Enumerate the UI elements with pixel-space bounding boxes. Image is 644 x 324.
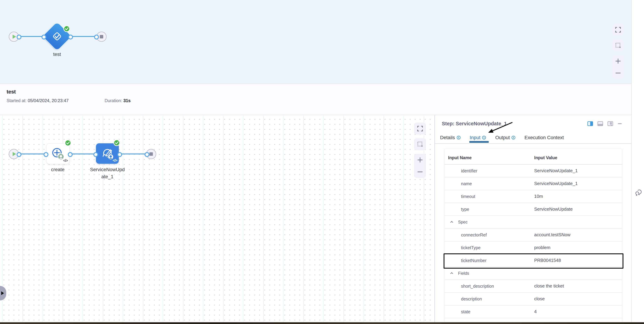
tab-input[interactable]: Input bbox=[470, 135, 486, 140]
success-check-icon bbox=[63, 25, 70, 32]
input-name: short_description bbox=[461, 284, 494, 289]
run-title: test bbox=[6, 89, 16, 95]
success-check-icon bbox=[64, 140, 72, 146]
fullscreen-icon bbox=[615, 27, 621, 33]
selection-mode-button[interactable] bbox=[414, 138, 426, 150]
input-name: description bbox=[461, 296, 482, 301]
input-value: ServiceNowUpdate_1 bbox=[534, 181, 578, 186]
table-row-timeout: timeout10m bbox=[444, 190, 622, 203]
play-icon bbox=[12, 152, 16, 156]
input-value: ServiceNowUpdate bbox=[534, 206, 573, 212]
zoom-out-button[interactable] bbox=[417, 169, 423, 175]
fullscreen-button[interactable] bbox=[612, 24, 624, 36]
edge-port bbox=[16, 152, 22, 157]
started-at-value: 05/04/2024, 20:23:47 bbox=[28, 98, 68, 103]
edge-port bbox=[16, 35, 22, 40]
panel-title: Step: ServiceNowUpdate_1 bbox=[442, 121, 507, 127]
input-value: ServiceNowUpdate_1 bbox=[534, 168, 578, 173]
stage-node-label: test bbox=[38, 51, 76, 58]
duration: Duration: 31s bbox=[104, 98, 130, 103]
success-check-icon bbox=[113, 139, 120, 146]
code-view-icon[interactable]: </> bbox=[112, 158, 117, 163]
code-view-icon[interactable]: </> bbox=[63, 158, 68, 163]
chat-help-icon[interactable] bbox=[635, 188, 642, 196]
input-name: state bbox=[461, 309, 470, 314]
table-row-identifier: identifierServiceNowUpdate_1 bbox=[444, 165, 622, 177]
duration-value: 31s bbox=[123, 98, 130, 103]
section-label: Spec bbox=[458, 220, 468, 224]
zoom-controls bbox=[612, 55, 624, 79]
input-name: timeout bbox=[461, 194, 475, 199]
column-header-name: Input Name bbox=[448, 155, 472, 160]
section-row-fields[interactable]: Fields bbox=[444, 267, 622, 279]
table-row-connectorRef: connectorRefaccount.testSNow bbox=[444, 228, 622, 241]
edge-port bbox=[68, 152, 73, 157]
step-node-servicenowupdate[interactable]: </> bbox=[96, 143, 119, 164]
tabs-divider bbox=[435, 143, 632, 144]
stop-icon bbox=[100, 35, 103, 39]
tab-execution-context[interactable]: Execution Context bbox=[524, 135, 564, 140]
zoom-in-button[interactable] bbox=[417, 157, 423, 163]
edge-port bbox=[42, 35, 46, 40]
input-name: ticketType bbox=[461, 245, 480, 250]
tab-output[interactable]: Output bbox=[495, 135, 516, 140]
panel-layout-controls bbox=[588, 121, 622, 126]
edge-connector bbox=[69, 154, 96, 154]
table-row-name: nameServiceNowUpdate_1 bbox=[444, 177, 622, 190]
zoom-out-button[interactable] bbox=[615, 70, 621, 76]
run-summary-bar: test Started at: 05/04/2024, 20:23:47 Du… bbox=[0, 84, 631, 115]
floating-layout-icon[interactable] bbox=[608, 121, 613, 126]
stage-execution-canvas[interactable]: test bbox=[0, 0, 631, 84]
input-value: 4 bbox=[534, 309, 536, 314]
step-node-label: create bbox=[39, 166, 77, 173]
column-header-value: Input Value bbox=[534, 155, 557, 160]
chevron-up-icon bbox=[450, 220, 454, 224]
input-name: ticketNumber bbox=[461, 258, 486, 263]
table-row-type: typeServiceNowUpdate bbox=[444, 203, 622, 215]
fullscreen-icon bbox=[417, 126, 423, 132]
info-icon[interactable] bbox=[511, 136, 516, 140]
edge-port bbox=[117, 152, 122, 157]
stop-icon bbox=[150, 152, 153, 156]
input-value: problem bbox=[534, 245, 550, 250]
table-row-short_description: short_descriptionclose the ticket bbox=[444, 279, 622, 292]
edge-connector bbox=[18, 154, 46, 154]
bottom-split-layout-icon[interactable] bbox=[598, 121, 603, 126]
input-value: account.testSNow bbox=[534, 232, 570, 237]
input-name: identifier bbox=[461, 168, 478, 173]
input-name: type bbox=[461, 207, 469, 212]
tab-details[interactable]: Details bbox=[440, 135, 461, 140]
info-icon[interactable] bbox=[482, 136, 486, 140]
input-value: close bbox=[534, 296, 545, 301]
edge-port bbox=[44, 152, 48, 157]
approval-stage-icon bbox=[51, 30, 63, 43]
step-details-panel: Step: ServiceNowUpdate_1 Details Input bbox=[434, 115, 632, 322]
input-name: name bbox=[461, 181, 472, 186]
zoom-in-button[interactable] bbox=[615, 58, 621, 64]
active-tab-indicator bbox=[469, 141, 489, 143]
step-execution-canvas[interactable]: </> create </> ServiceNowUpdate_1 bbox=[0, 115, 434, 322]
table-row-ticketType: ticketTypeproblem bbox=[444, 241, 622, 254]
selection-mode-button[interactable] bbox=[612, 40, 624, 51]
section-label: Fields bbox=[458, 271, 469, 276]
table-row-ticketNumber: ticketNumberPRB0041548 bbox=[444, 254, 622, 267]
edge-connector bbox=[119, 154, 147, 154]
minimize-panel-icon[interactable] bbox=[618, 121, 622, 126]
caret-right-icon bbox=[1, 291, 4, 295]
input-table: Input Name Input Value identifierService… bbox=[444, 149, 622, 324]
input-name: connectorRef bbox=[461, 232, 487, 237]
zoom-controls bbox=[414, 154, 426, 178]
desktop-edge-strip bbox=[0, 322, 644, 324]
play-icon bbox=[12, 35, 16, 39]
fullscreen-button[interactable] bbox=[414, 123, 426, 135]
edge-port bbox=[94, 152, 98, 157]
input-value: 10m bbox=[534, 194, 543, 199]
info-icon[interactable] bbox=[456, 136, 461, 140]
section-row-spec[interactable]: Spec bbox=[444, 215, 622, 228]
started-at: Started at: 05/04/2024, 20:23:47 bbox=[6, 98, 69, 103]
step-node-label: ServiceNowUpdate_1 bbox=[90, 166, 125, 180]
edge-connector bbox=[70, 36, 96, 37]
selection-box-icon bbox=[417, 141, 423, 147]
step-node-create[interactable]: </> bbox=[46, 143, 70, 164]
right-split-layout-icon[interactable] bbox=[588, 121, 593, 126]
